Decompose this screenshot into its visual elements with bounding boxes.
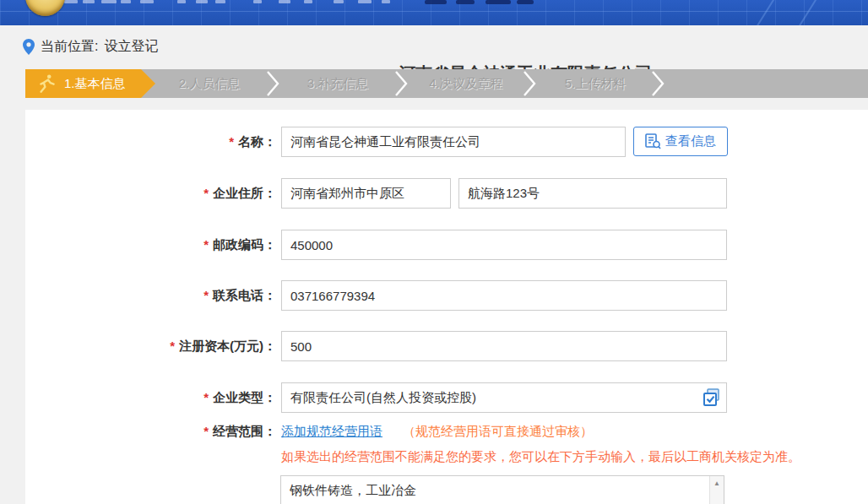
- standard-terms-note: （规范经营用语可直接通过审核）: [403, 422, 593, 441]
- business-scope-textarea-wrap: 钢铁件铸造，工业冶金 ▲: [280, 475, 724, 504]
- required-mark: *: [170, 339, 175, 353]
- business-scope-warning: 如果选出的经营范围不能满足您的要求，您可以在下方手动输入，最后以工商机关核定为准…: [281, 449, 800, 465]
- phone-label: *联系电话：: [25, 280, 276, 311]
- required-mark: *: [203, 186, 209, 200]
- form-row-business-scope: *经营范围： 添加规范经营用语 （规范经营用语可直接通过审核）: [25, 422, 868, 441]
- banner-decoration: [83, 0, 95, 3]
- view-info-button-label: 查看信息: [665, 133, 716, 149]
- banner-decoration: [754, 0, 775, 25]
- banner-decoration: [382, 0, 390, 3]
- national-emblem-logo: [25, 0, 65, 16]
- breadcrumb-prefix: 当前位置:: [41, 38, 98, 56]
- required-mark: *: [203, 237, 209, 252]
- banner-decoration: [101, 0, 117, 3]
- banner-decoration: [64, 0, 78, 3]
- breadcrumb: 当前位置: 设立登记: [23, 38, 158, 56]
- step-label: 4.决议及章程: [429, 76, 503, 90]
- textarea-scrollbar[interactable]: ▲: [709, 476, 724, 504]
- walking-person-icon: [36, 73, 57, 94]
- view-info-button[interactable]: 查看信息: [633, 127, 728, 156]
- banner-decoration: [517, 0, 534, 4]
- address-street-input[interactable]: [458, 178, 727, 209]
- add-standard-terms-link[interactable]: 添加规范经营用语: [281, 422, 382, 441]
- form-row-phone: *联系电话：: [25, 280, 868, 311]
- required-mark: *: [203, 424, 209, 438]
- subheader: 当前位置: 设立登记 河南省昆仑神通工业有限责任公司: [0, 25, 868, 69]
- banner-decoration: [196, 0, 208, 3]
- phone-input[interactable]: [281, 280, 727, 311]
- breadcrumb-current: 设立登记: [104, 38, 158, 56]
- banner-decoration: [177, 0, 186, 3]
- banner-decoration: [304, 0, 312, 3]
- document-search-icon: [645, 133, 661, 149]
- banner-decoration: [121, 0, 131, 3]
- step-label: 2.人员信息: [179, 76, 241, 90]
- banner-decoration: [358, 0, 372, 3]
- required-mark: *: [203, 288, 209, 302]
- banner-decoration: [456, 0, 475, 4]
- banner-decoration: [486, 0, 511, 4]
- tab-resolution-charter[interactable]: 4.决议及章程: [401, 69, 531, 98]
- step-label: 3.补充信息: [307, 76, 369, 90]
- registered-capital-input[interactable]: [281, 331, 727, 361]
- step-label: 1.基本信息: [64, 76, 126, 92]
- banner-decoration: [796, 0, 817, 25]
- address-region-input[interactable]: [281, 178, 451, 209]
- banner-decoration: [425, 0, 447, 4]
- step-separator-chevron-icon: [524, 71, 537, 100]
- form-row-postal-code: *邮政编码：: [25, 230, 868, 260]
- form-row-address: *企业住所：: [25, 178, 868, 209]
- scroll-up-arrow-icon[interactable]: ▲: [713, 480, 720, 487]
- tab-personnel-info[interactable]: 2.人员信息: [144, 69, 274, 98]
- banner-decoration: [215, 0, 225, 3]
- name-label: *名称：: [25, 127, 276, 157]
- tab-upload-materials[interactable]: 5.上传材料: [530, 69, 660, 98]
- banner-decoration: [140, 0, 154, 3]
- form-row-registered-capital: *注册资本(万元)：: [25, 331, 868, 361]
- select-type-checkbox-icon[interactable]: [702, 387, 722, 408]
- form-row-company-type: *企业类型：: [25, 382, 868, 413]
- address-label: *企业住所：: [25, 178, 276, 209]
- postal-code-label: *邮政编码：: [25, 230, 276, 260]
- step-separator-chevron-icon: [395, 71, 409, 100]
- tab-basic-info[interactable]: 1.基本信息: [25, 69, 155, 98]
- step-label: 5.上传材料: [565, 76, 627, 90]
- top-banner: [0, 0, 868, 25]
- registered-capital-label: *注册资本(万元)：: [25, 331, 276, 361]
- postal-code-input[interactable]: [281, 230, 727, 260]
- company-type-input[interactable]: [281, 382, 727, 413]
- banner-decoration: [334, 0, 344, 3]
- location-pin-icon: [23, 39, 35, 55]
- company-type-label: *企业类型：: [25, 382, 276, 413]
- banner-grid-line: [0, 11, 868, 12]
- company-name-input[interactable]: [281, 127, 626, 157]
- tab-supplementary-info[interactable]: 3.补充信息: [273, 69, 403, 98]
- required-mark: *: [229, 134, 234, 149]
- business-scope-label: *经营范围：: [25, 422, 276, 441]
- business-scope-textarea[interactable]: 钢铁件铸造，工业冶金: [280, 475, 724, 504]
- step-separator-chevron-icon: [652, 71, 665, 100]
- banner-decoration: [253, 0, 262, 3]
- step-separator-chevron-icon: [267, 71, 280, 100]
- banner-decoration: [279, 0, 290, 3]
- registration-page: 当前位置: 设立登记 河南省昆仑神通工业有限责任公司 1.基本信息 2.人员信息…: [0, 0, 868, 504]
- step-wizard: 1.基本信息 2.人员信息 3.补充信息 4.决议及章程 5.上传材料: [25, 69, 868, 98]
- form-row-name: *名称： 查看信息: [25, 127, 868, 157]
- required-mark: *: [203, 390, 209, 404]
- form-card: *名称： 查看信息 *企业住所： *邮政编: [25, 110, 868, 504]
